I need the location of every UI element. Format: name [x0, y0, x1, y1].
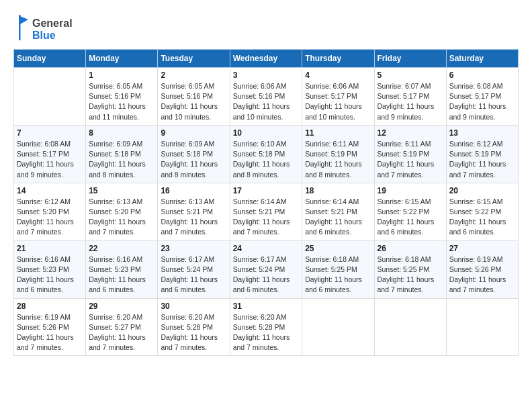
- day-info: Sunrise: 6:10 AMSunset: 5:18 PMDaylight:…: [233, 139, 300, 180]
- logo: GeneralBlue: [13, 13, 74, 44]
- day-info: Sunrise: 6:13 AMSunset: 5:20 PMDaylight:…: [89, 197, 154, 238]
- day-info: Sunrise: 6:18 AMSunset: 5:25 PMDaylight:…: [305, 255, 371, 295]
- day-number: 6: [449, 71, 515, 80]
- day-number: 9: [161, 128, 226, 138]
- calendar-cell: 18Sunrise: 6:14 AMSunset: 5:21 PMDayligh…: [302, 183, 374, 240]
- day-number: 16: [161, 186, 226, 195]
- calendar-cell: 8Sunrise: 6:09 AMSunset: 5:18 PMDaylight…: [86, 125, 158, 183]
- calendar-week-row: 7Sunrise: 6:08 AMSunset: 5:17 PMDaylight…: [14, 125, 519, 183]
- day-number: 25: [305, 244, 371, 253]
- svg-marker-1: [20, 16, 28, 24]
- day-number: 19: [378, 186, 443, 195]
- day-number: 10: [233, 128, 300, 138]
- day-info: Sunrise: 6:15 AMSunset: 5:22 PMDaylight:…: [378, 197, 443, 238]
- day-info: Sunrise: 6:06 AMSunset: 5:17 PMDaylight:…: [305, 81, 371, 122]
- day-number: 18: [305, 186, 371, 195]
- day-info: Sunrise: 6:11 AMSunset: 5:19 PMDaylight:…: [378, 139, 443, 180]
- day-number: 27: [449, 244, 515, 253]
- day-info: Sunrise: 6:20 AMSunset: 5:28 PMDaylight:…: [233, 312, 300, 353]
- day-info: Sunrise: 6:20 AMSunset: 5:27 PMDaylight:…: [89, 312, 154, 353]
- calendar-cell: 21Sunrise: 6:16 AMSunset: 5:23 PMDayligh…: [14, 240, 86, 298]
- calendar-cell: 4Sunrise: 6:06 AMSunset: 5:17 PMDaylight…: [302, 68, 374, 126]
- day-number: 30: [161, 302, 226, 311]
- logo-icon: GeneralBlue: [13, 13, 74, 44]
- calendar-cell: 27Sunrise: 6:19 AMSunset: 5:26 PMDayligh…: [446, 240, 518, 298]
- day-number: 21: [17, 244, 83, 253]
- calendar-cell: 26Sunrise: 6:18 AMSunset: 5:25 PMDayligh…: [374, 240, 446, 298]
- calendar-cell: 30Sunrise: 6:20 AMSunset: 5:28 PMDayligh…: [158, 298, 230, 356]
- day-number: 2: [161, 71, 226, 80]
- day-info: Sunrise: 6:14 AMSunset: 5:21 PMDaylight:…: [233, 197, 300, 238]
- day-number: 5: [378, 71, 443, 80]
- day-number: 26: [378, 244, 443, 253]
- calendar-cell: 19Sunrise: 6:15 AMSunset: 5:22 PMDayligh…: [374, 183, 446, 240]
- day-number: 28: [17, 302, 83, 311]
- calendar-week-row: 14Sunrise: 6:12 AMSunset: 5:20 PMDayligh…: [14, 183, 519, 240]
- day-info: Sunrise: 6:11 AMSunset: 5:19 PMDaylight:…: [305, 139, 371, 180]
- calendar-table: SundayMondayTuesdayWednesdayThursdayFrid…: [13, 49, 519, 356]
- day-info: Sunrise: 6:07 AMSunset: 5:17 PMDaylight:…: [378, 81, 443, 122]
- day-info: Sunrise: 6:18 AMSunset: 5:25 PMDaylight:…: [378, 255, 443, 295]
- page-header: GeneralBlue: [13, 13, 519, 44]
- day-number: 4: [305, 71, 371, 80]
- weekday-header-wednesday: Wednesday: [230, 50, 302, 68]
- day-number: 31: [233, 302, 300, 311]
- day-number: 7: [17, 128, 83, 138]
- calendar-week-row: 28Sunrise: 6:19 AMSunset: 5:26 PMDayligh…: [14, 298, 519, 356]
- calendar-cell: 15Sunrise: 6:13 AMSunset: 5:20 PMDayligh…: [86, 183, 158, 240]
- day-info: Sunrise: 6:13 AMSunset: 5:21 PMDaylight:…: [161, 197, 226, 238]
- day-number: 29: [89, 302, 154, 311]
- calendar-cell: 9Sunrise: 6:09 AMSunset: 5:18 PMDaylight…: [158, 125, 230, 183]
- weekday-header-row: SundayMondayTuesdayWednesdayThursdayFrid…: [14, 50, 519, 68]
- calendar-cell: 22Sunrise: 6:16 AMSunset: 5:23 PMDayligh…: [86, 240, 158, 298]
- calendar-cell: 11Sunrise: 6:11 AMSunset: 5:19 PMDayligh…: [302, 125, 374, 183]
- calendar-cell: 16Sunrise: 6:13 AMSunset: 5:21 PMDayligh…: [158, 183, 230, 240]
- calendar-cell: 1Sunrise: 6:05 AMSunset: 5:16 PMDaylight…: [86, 68, 158, 126]
- calendar-cell: 29Sunrise: 6:20 AMSunset: 5:27 PMDayligh…: [86, 298, 158, 356]
- calendar-cell: 3Sunrise: 6:06 AMSunset: 5:16 PMDaylight…: [230, 68, 302, 126]
- day-info: Sunrise: 6:19 AMSunset: 5:26 PMDaylight:…: [17, 312, 83, 353]
- weekday-header-thursday: Thursday: [302, 50, 374, 68]
- calendar-cell: 5Sunrise: 6:07 AMSunset: 5:17 PMDaylight…: [374, 68, 446, 126]
- day-info: Sunrise: 6:17 AMSunset: 5:24 PMDaylight:…: [233, 255, 300, 295]
- day-number: 11: [305, 128, 371, 138]
- calendar-cell: [14, 68, 86, 126]
- day-info: Sunrise: 6:06 AMSunset: 5:16 PMDaylight:…: [233, 81, 300, 122]
- day-info: Sunrise: 6:12 AMSunset: 5:20 PMDaylight:…: [17, 197, 83, 238]
- day-number: 23: [161, 244, 226, 253]
- svg-text:Blue: Blue: [32, 30, 56, 41]
- calendar-cell: 17Sunrise: 6:14 AMSunset: 5:21 PMDayligh…: [230, 183, 302, 240]
- day-number: 8: [89, 128, 154, 138]
- calendar-cell: 31Sunrise: 6:20 AMSunset: 5:28 PMDayligh…: [230, 298, 302, 356]
- day-info: Sunrise: 6:05 AMSunset: 5:16 PMDaylight:…: [89, 81, 154, 122]
- calendar-week-row: 1Sunrise: 6:05 AMSunset: 5:16 PMDaylight…: [14, 68, 519, 126]
- day-number: 24: [233, 244, 300, 253]
- day-number: 14: [17, 186, 83, 195]
- day-info: Sunrise: 6:05 AMSunset: 5:16 PMDaylight:…: [161, 81, 226, 122]
- day-info: Sunrise: 6:14 AMSunset: 5:21 PMDaylight:…: [305, 197, 371, 238]
- day-info: Sunrise: 6:09 AMSunset: 5:18 PMDaylight:…: [161, 139, 226, 180]
- calendar-cell: 6Sunrise: 6:08 AMSunset: 5:17 PMDaylight…: [446, 68, 518, 126]
- calendar-cell: 2Sunrise: 6:05 AMSunset: 5:16 PMDaylight…: [158, 68, 230, 126]
- calendar-cell: 12Sunrise: 6:11 AMSunset: 5:19 PMDayligh…: [374, 125, 446, 183]
- day-info: Sunrise: 6:19 AMSunset: 5:26 PMDaylight:…: [449, 255, 515, 295]
- day-number: 1: [89, 71, 154, 80]
- svg-text:General: General: [32, 17, 73, 29]
- calendar-cell: [374, 298, 446, 356]
- day-number: 17: [233, 186, 300, 195]
- day-number: 22: [89, 244, 154, 253]
- day-info: Sunrise: 6:09 AMSunset: 5:18 PMDaylight:…: [89, 139, 154, 180]
- day-info: Sunrise: 6:15 AMSunset: 5:22 PMDaylight:…: [449, 197, 515, 238]
- calendar-cell: [446, 298, 518, 356]
- day-number: 20: [449, 186, 515, 195]
- calendar-cell: 20Sunrise: 6:15 AMSunset: 5:22 PMDayligh…: [446, 183, 518, 240]
- calendar-week-row: 21Sunrise: 6:16 AMSunset: 5:23 PMDayligh…: [14, 240, 519, 298]
- calendar-cell: 24Sunrise: 6:17 AMSunset: 5:24 PMDayligh…: [230, 240, 302, 298]
- day-info: Sunrise: 6:08 AMSunset: 5:17 PMDaylight:…: [449, 81, 515, 122]
- weekday-header-saturday: Saturday: [446, 50, 518, 68]
- calendar-cell: 23Sunrise: 6:17 AMSunset: 5:24 PMDayligh…: [158, 240, 230, 298]
- weekday-header-monday: Monday: [86, 50, 158, 68]
- weekday-header-tuesday: Tuesday: [158, 50, 230, 68]
- day-info: Sunrise: 6:17 AMSunset: 5:24 PMDaylight:…: [161, 255, 226, 295]
- calendar-cell: 7Sunrise: 6:08 AMSunset: 5:17 PMDaylight…: [14, 125, 86, 183]
